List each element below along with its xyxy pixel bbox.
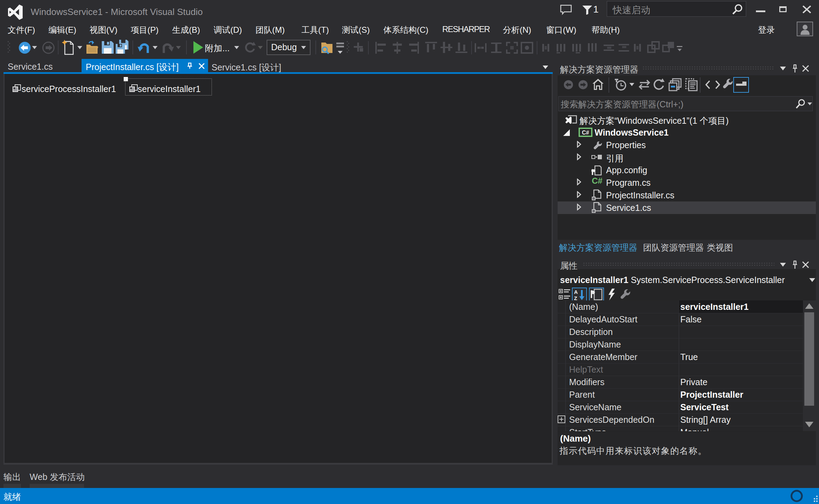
svg-text:A: A [574, 289, 578, 295]
svg-text:C#: C# [582, 130, 589, 136]
